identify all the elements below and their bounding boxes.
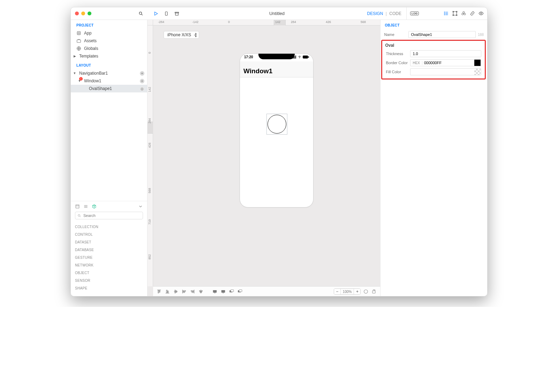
cat-control[interactable]: CONTROL (75, 231, 143, 238)
panel-tab-list-icon[interactable] (83, 204, 88, 209)
zoom-dot[interactable] (88, 12, 91, 15)
eye-icon[interactable] (478, 11, 484, 16)
tab-design[interactable]: DESIGN (367, 11, 383, 16)
svg-rect-56 (183, 291, 186, 291)
svg-rect-66 (221, 290, 225, 292)
align-right-icon[interactable] (190, 289, 195, 294)
wifi-icon (297, 55, 302, 59)
svg-rect-32 (76, 205, 79, 208)
traffic-lights (71, 7, 92, 20)
svg-line-38 (80, 216, 81, 217)
device-selector[interactable]: iPhone X/XS ▴▾ (164, 31, 199, 39)
list-icon[interactable] (444, 11, 449, 16)
fill-color-label: Fill Color (386, 70, 408, 74)
close-dot[interactable] (75, 12, 79, 15)
device-icon[interactable] (164, 11, 169, 16)
shape-type-label: Oval (382, 41, 485, 49)
svg-marker-2 (155, 12, 158, 15)
left-sidebar: PROJECT App Assets Globals ▶Templates LA… (71, 20, 148, 296)
archive-icon[interactable] (174, 11, 180, 16)
sidebar-item-app[interactable]: App (71, 29, 147, 37)
tree-window[interactable]: ▼Window1+ (71, 77, 147, 85)
status-time: 17:20 (244, 55, 253, 59)
link-icon[interactable] (470, 11, 475, 16)
flower-icon[interactable] (461, 11, 466, 16)
play-icon[interactable] (153, 11, 159, 16)
rotate-icon[interactable] (371, 289, 377, 294)
border-color-field[interactable]: HEX (410, 59, 481, 66)
cat-object[interactable]: OBJECT (75, 269, 143, 277)
fit-icon[interactable] (363, 289, 368, 294)
screens-stack-icon[interactable] (229, 289, 234, 294)
highlighted-region: Oval Thickness Border Color HEX Fill Col… (381, 40, 486, 80)
thickness-input[interactable] (410, 50, 481, 57)
border-swatch[interactable] (474, 60, 481, 66)
cat-collection[interactable]: COLLECTION (75, 223, 143, 231)
battery-icon (303, 55, 309, 59)
chevron-down-icon[interactable] (138, 204, 143, 209)
border-color-label: Border Color (386, 61, 408, 65)
library-search-input[interactable] (83, 213, 141, 218)
selected-oval[interactable] (266, 114, 287, 135)
canvas[interactable]: -284 -142 0 142 284 426 568 710 0 142 28… (148, 20, 380, 296)
border-hex-input[interactable] (422, 61, 474, 65)
align-top-icon[interactable] (157, 289, 161, 294)
thickness-label: Thickness (386, 52, 408, 56)
layout-section-label: LAYOUT (71, 60, 147, 69)
target-icon[interactable]: ◎ (140, 86, 144, 91)
sidebar-item-globals[interactable]: Globals (71, 45, 147, 52)
svg-rect-21 (77, 31, 80, 35)
signal-icon (292, 55, 296, 59)
svg-rect-40 (293, 57, 294, 59)
panel-tab-3d-icon[interactable] (92, 204, 97, 209)
cat-shape[interactable]: SHAPE (75, 284, 143, 292)
zoom-value: 100% (340, 289, 354, 294)
name-label: Name (384, 32, 406, 37)
svg-rect-57 (183, 292, 185, 292)
add-icon[interactable]: + (140, 79, 144, 83)
name-input[interactable] (408, 31, 476, 38)
log-badge[interactable]: LOG (410, 12, 419, 15)
tree-navigationbar[interactable]: ▼NavigationBar1+ (71, 69, 147, 77)
zoom-out-button[interactable]: − (334, 289, 340, 294)
align-bottom-icon[interactable] (165, 289, 170, 294)
panel-tab-layout-icon[interactable] (75, 204, 80, 209)
align-hcenter-icon[interactable] (198, 289, 203, 294)
align-left-icon[interactable] (182, 289, 187, 294)
cat-gesture[interactable]: GESTURE (75, 254, 143, 261)
zoom-in-button[interactable]: + (354, 289, 360, 294)
bounds-icon[interactable] (452, 11, 458, 16)
minimize-dot[interactable] (81, 12, 85, 15)
screen1-icon[interactable] (212, 289, 217, 294)
fill-swatch[interactable] (474, 69, 481, 75)
add-icon[interactable]: + (140, 71, 144, 76)
search-icon[interactable] (138, 11, 143, 16)
screens-stack2-icon[interactable] (237, 289, 242, 294)
svg-rect-67 (223, 293, 224, 293)
svg-rect-60 (192, 292, 194, 292)
fill-hex-input[interactable] (410, 70, 474, 74)
sidebar-item-assets[interactable]: Assets (71, 37, 147, 45)
cat-database[interactable]: DATABASE (75, 246, 143, 254)
svg-rect-5 (175, 13, 178, 15)
svg-point-9 (444, 12, 445, 12)
svg-rect-71 (239, 289, 242, 292)
svg-point-43 (299, 58, 300, 58)
inspector-panel: OBJECT Name 188 Oval Thickness Border Co… (380, 20, 487, 296)
tree-ovalshape[interactable]: OvalShape1◎ (71, 85, 147, 92)
svg-rect-64 (213, 290, 217, 292)
svg-rect-73 (372, 291, 375, 293)
project-section-label: PROJECT (71, 20, 147, 29)
cat-sensor[interactable]: SENSOR (75, 277, 143, 284)
fill-color-field[interactable] (410, 68, 481, 75)
cat-dataset[interactable]: DATASET (75, 238, 143, 246)
library-search[interactable] (75, 212, 143, 219)
align-vcenter-icon[interactable] (173, 289, 178, 294)
device-preview: 17:20 Window1 (240, 53, 314, 208)
cat-network[interactable]: NETWORK (75, 261, 143, 269)
screen2-icon[interactable] (221, 289, 226, 294)
tab-code[interactable]: CODE (389, 11, 401, 16)
svg-rect-39 (292, 58, 293, 59)
svg-point-0 (139, 12, 142, 14)
sidebar-item-templates[interactable]: ▶Templates (71, 52, 147, 60)
